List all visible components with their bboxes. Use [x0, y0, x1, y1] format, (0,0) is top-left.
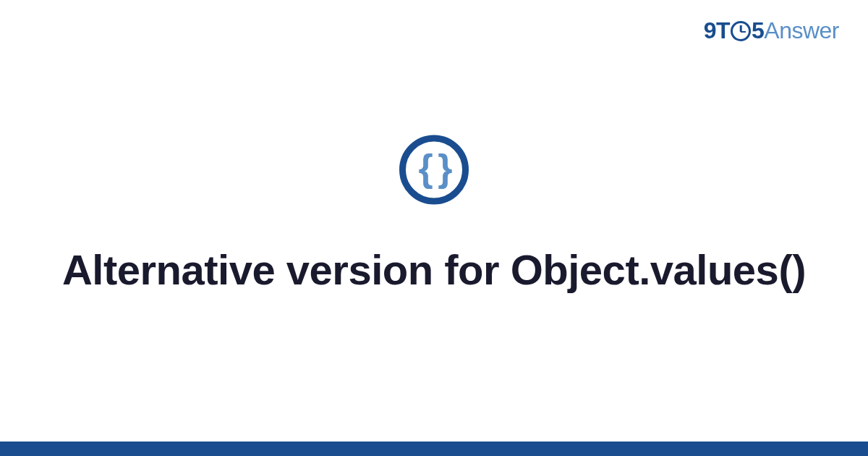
logo-text-5: 5: [752, 17, 764, 43]
logo-text-9t: 9T: [704, 17, 730, 43]
braces-icon: { }: [419, 149, 450, 187]
logo-text-answer: Answer: [764, 17, 839, 43]
clock-icon: [731, 21, 751, 41]
page-title: Alternative version for Object.values(): [0, 245, 868, 295]
footer-bar: [0, 442, 868, 456]
topic-icon-circle: { }: [399, 135, 469, 204]
site-logo: 9T5Answer: [704, 17, 839, 44]
main-content: { } Alternative version for Object.value…: [0, 135, 868, 295]
